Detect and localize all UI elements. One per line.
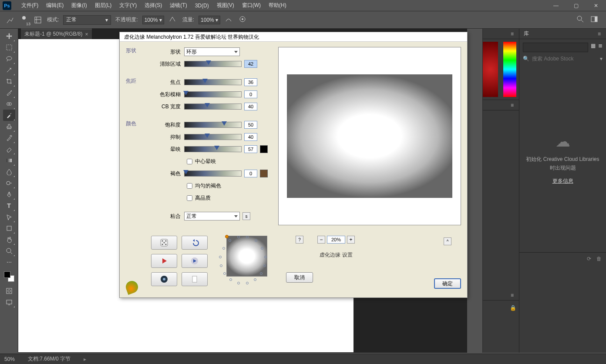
hq-checkbox[interactable]: 高品质 (187, 194, 211, 202)
library-select[interactable] (523, 43, 588, 52)
flow-input[interactable]: 100%▾ (199, 16, 220, 24)
panel-menu-icon[interactable]: ≡ (598, 31, 602, 37)
supp-input[interactable] (244, 133, 257, 141)
tint-color-swatch[interactable] (260, 170, 268, 177)
list-view-icon[interactable]: ≣ (598, 43, 603, 52)
zoom-input[interactable] (327, 236, 345, 244)
menu-help[interactable]: 帮助(H) (265, 2, 290, 9)
vig-slider[interactable] (184, 146, 242, 152)
preview-frame[interactable] (278, 47, 461, 225)
brush-panel-icon[interactable] (33, 15, 43, 25)
tool-blur[interactable] (3, 166, 15, 177)
lock-icon[interactable]: 🔒 (510, 305, 516, 311)
tool-wand[interactable] (3, 64, 15, 76)
tool-lasso[interactable] (3, 53, 15, 64)
play-button[interactable] (151, 254, 177, 268)
tab-close-icon[interactable]: × (85, 31, 88, 37)
pressure-opacity-icon[interactable] (168, 15, 178, 25)
play-disc-button[interactable] (182, 254, 208, 268)
vig-input[interactable] (244, 145, 257, 153)
tool-crop[interactable] (3, 76, 15, 87)
menu-type[interactable]: 文字(Y) (115, 2, 141, 9)
color-picker-panel[interactable] (483, 39, 519, 100)
document-tab[interactable]: 未标题-1 @ 50%(RGB/8) × (21, 29, 92, 39)
library-search[interactable] (532, 56, 597, 62)
panel-menu-icon[interactable]: ≡ (511, 102, 515, 108)
menu-3d[interactable]: 3D(D) (191, 3, 213, 9)
status-doc[interactable]: 文档:7.66M/0 字节 (28, 355, 71, 363)
help-button[interactable]: ? (296, 236, 303, 244)
window-maximize[interactable]: ▢ (566, 0, 586, 11)
brush-size-picker[interactable]: 13 (19, 14, 29, 25)
airbrush-icon[interactable] (225, 15, 234, 25)
expand-button[interactable]: ^ (444, 237, 451, 245)
tool-zoom[interactable] (3, 245, 15, 257)
undo-button[interactable] (182, 236, 208, 250)
sync-icon[interactable]: ⟳ (587, 256, 591, 262)
tool-gradient[interactable] (3, 155, 15, 166)
menu-filter[interactable]: 滤镜(T) (166, 2, 191, 9)
window-minimize[interactable]: — (546, 0, 566, 11)
tool-brush[interactable] (3, 110, 15, 121)
tint-input[interactable] (244, 170, 257, 177)
tint-slider[interactable] (184, 170, 242, 177)
menu-view[interactable]: 视图(V) (213, 2, 238, 9)
workspace-switcher-icon[interactable] (590, 15, 598, 24)
tool-marquee[interactable] (3, 42, 15, 53)
blur-slider[interactable] (184, 91, 242, 97)
tool-dodge[interactable] (3, 177, 15, 189)
grid-view-icon[interactable]: ▦ (591, 43, 596, 52)
tool-history-brush[interactable] (3, 132, 15, 144)
tool-shape[interactable] (3, 223, 15, 234)
pressure-size-icon[interactable] (239, 15, 248, 25)
sat-input[interactable] (244, 121, 257, 129)
zoom-in-button[interactable]: + (347, 236, 355, 244)
sat-slider[interactable] (184, 122, 242, 128)
panel-menu-icon[interactable]: ≡ (511, 292, 515, 298)
focus-slider[interactable] (184, 79, 242, 85)
search-icon[interactable] (576, 15, 584, 24)
tool-stamp[interactable] (3, 121, 15, 132)
randomize-button[interactable] (151, 236, 177, 250)
screenmode-icon[interactable] (3, 297, 15, 308)
menu-layer[interactable]: 图层(L) (91, 2, 116, 9)
library-tab[interactable]: 库 (524, 30, 529, 37)
tool-move[interactable] (3, 30, 15, 42)
menu-window[interactable]: 窗口(W) (238, 2, 265, 9)
opacity-input[interactable]: 100%▾ (142, 16, 164, 24)
zoom-out-button[interactable]: − (317, 236, 325, 244)
color-swatch[interactable] (4, 271, 14, 282)
tool-eyedropper[interactable] (3, 87, 15, 98)
ok-button[interactable]: 确定 (434, 278, 461, 289)
quickmask-icon[interactable] (3, 285, 15, 297)
tool-hand[interactable] (3, 234, 15, 245)
page-button[interactable] (182, 272, 208, 286)
clear-input[interactable] (244, 60, 257, 68)
library-more-link[interactable]: 更多信息 (552, 177, 573, 185)
mode-select[interactable]: 正常▾ (63, 15, 111, 25)
preset-thumbnail-nav[interactable] (212, 236, 282, 277)
shape-select[interactable]: 环形 (184, 47, 240, 56)
trash-icon[interactable]: 🗑 (596, 256, 602, 262)
menu-image[interactable]: 图像(I) (67, 2, 91, 9)
vignette-color-swatch[interactable] (260, 145, 268, 153)
tool-heal[interactable] (3, 98, 15, 110)
supp-slider[interactable] (184, 134, 242, 140)
cancel-button[interactable]: 取消 (286, 272, 313, 283)
center-vignette-checkbox[interactable]: 中心晕映 (187, 158, 216, 165)
tool-more[interactable]: ⋯ (3, 257, 15, 268)
collapsed-panel-strip[interactable] (467, 29, 483, 353)
tool-type[interactable]: T (3, 200, 15, 211)
status-zoom[interactable]: 50% (4, 356, 15, 362)
window-close[interactable]: ✕ (586, 0, 606, 11)
menu-select[interactable]: 选择(S) (141, 2, 166, 9)
clear-slider[interactable] (184, 61, 242, 67)
blur-input[interactable] (244, 90, 257, 98)
menu-file[interactable]: 文件(F) (17, 2, 42, 9)
tool-path[interactable] (3, 211, 15, 223)
cbw-input[interactable] (244, 103, 257, 110)
brush-preset-icon[interactable] (5, 15, 15, 25)
disc-button[interactable] (151, 272, 177, 286)
tool-eraser[interactable] (3, 144, 15, 155)
cbw-slider[interactable] (184, 104, 242, 110)
